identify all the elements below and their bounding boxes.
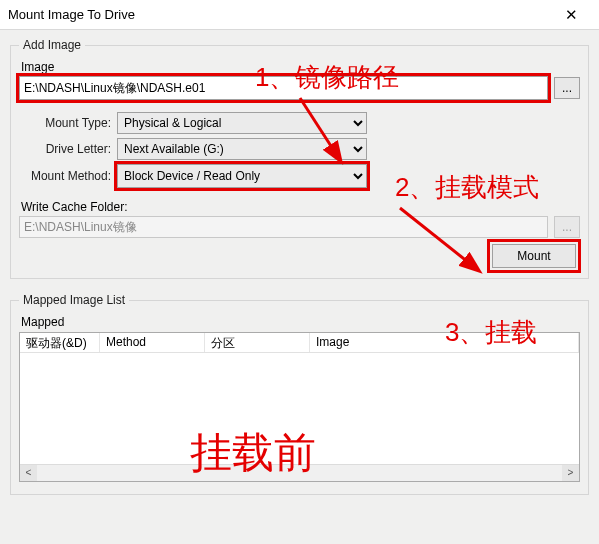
col-method[interactable]: Method [100,333,205,352]
scroll-right-icon[interactable]: > [562,465,579,482]
image-label: Image [21,60,580,74]
drive-letter-label: Drive Letter: [19,142,117,156]
title-bar: Mount Image To Drive ✕ [0,0,599,30]
close-icon[interactable]: ✕ [551,6,591,24]
mapped-list-group: Mapped Image List Mapped 驱动器(&D) Method … [10,293,589,495]
mount-method-select[interactable]: Block Device / Read Only [117,164,367,188]
browse-image-button[interactable]: ... [554,77,580,99]
mount-button[interactable]: Mount [492,244,576,268]
content-area: Add Image Image ... Mount Type: Physical… [0,30,599,544]
horizontal-scrollbar[interactable]: < > [20,464,579,482]
mount-type-label: Mount Type: [19,116,117,130]
window-title: Mount Image To Drive [8,7,551,22]
write-cache-input [19,216,548,238]
mapped-table-body [20,353,579,464]
col-drive[interactable]: 驱动器(&D) [20,333,100,352]
mapped-list-legend: Mapped Image List [19,293,129,307]
write-cache-label: Write Cache Folder: [19,200,580,214]
mapped-table-header: 驱动器(&D) Method 分区 Image [20,333,579,353]
add-image-legend: Add Image [19,38,85,52]
mapped-table-legend: Mapped [21,315,580,329]
mount-type-select[interactable]: Physical & Logical [117,112,367,134]
mapped-table: 驱动器(&D) Method 分区 Image < > [19,332,580,482]
col-partition[interactable]: 分区 [205,333,310,352]
mount-method-label: Mount Method: [19,169,117,183]
scroll-left-icon[interactable]: < [20,465,37,482]
mount-button-wrap: Mount [490,242,578,270]
image-path-input[interactable] [19,76,548,100]
drive-letter-select[interactable]: Next Available (G:) [117,138,367,160]
col-image[interactable]: Image [310,333,579,352]
browse-cache-button: ... [554,216,580,238]
add-image-group: Add Image Image ... Mount Type: Physical… [10,38,589,279]
